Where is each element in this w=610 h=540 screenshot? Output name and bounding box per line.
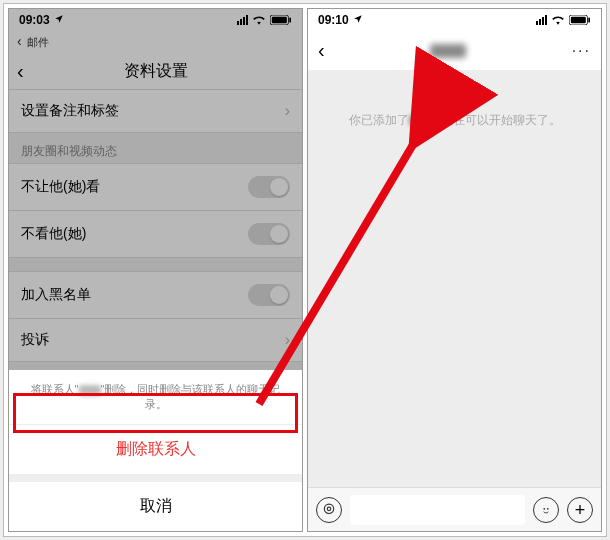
message-input[interactable]: [350, 495, 525, 525]
chat-timestamp: 08:29: [318, 87, 591, 101]
system-message: 你已添加了，现在可以开始聊天了。: [318, 111, 591, 130]
redacted-name: [409, 115, 429, 126]
page-header: ‹ 资料设置: [9, 52, 302, 90]
voice-icon[interactable]: [316, 497, 342, 523]
svg-point-8: [547, 507, 549, 509]
status-bar: 09:10: [308, 9, 601, 31]
phone-right: 09:10 ‹ ··· 08:29 你已添: [307, 8, 602, 532]
battery-icon: [569, 15, 591, 25]
mail-back[interactable]: 邮件: [9, 31, 302, 52]
signal-icon: [536, 15, 547, 25]
chevron-right-icon: ›: [285, 331, 290, 349]
status-bar: 09:03: [9, 9, 302, 31]
battery-icon: [270, 15, 292, 25]
location-icon: [353, 14, 363, 26]
svg-point-6: [327, 507, 331, 511]
toggle-off[interactable]: [248, 176, 290, 198]
chat-input-bar: +: [308, 487, 601, 531]
back-icon[interactable]: ‹: [318, 39, 325, 62]
phone-left: 09:03 邮件 ‹ 资料设置 设: [8, 8, 303, 532]
svg-point-7: [543, 507, 545, 509]
toggle-off[interactable]: [248, 284, 290, 306]
status-time: 09:10: [318, 13, 349, 27]
more-icon[interactable]: ···: [572, 42, 591, 60]
wifi-icon: [551, 15, 565, 25]
svg-rect-2: [289, 18, 291, 23]
page-title: 资料设置: [124, 61, 188, 82]
back-icon[interactable]: ‹: [17, 61, 24, 81]
chat-body: 08:29 你已添加了，现在可以开始聊天了。: [308, 71, 601, 487]
emoji-icon[interactable]: [533, 497, 559, 523]
section-moments: 朋友圈和视频动态: [9, 133, 302, 164]
chevron-right-icon: ›: [285, 102, 290, 120]
cancel-button[interactable]: 取消: [9, 482, 302, 531]
location-icon: [54, 14, 64, 26]
status-time: 09:03: [19, 13, 50, 27]
svg-rect-1: [272, 17, 287, 24]
cell-report[interactable]: 投诉 ›: [9, 318, 302, 362]
svg-rect-5: [588, 18, 590, 23]
svg-rect-4: [571, 17, 586, 24]
cell-hide-their-moments[interactable]: 不看他(她): [9, 210, 302, 258]
chat-title-redacted: [430, 44, 466, 58]
action-sheet: 将联系人""删除，同时删除与该联系人的聊天记录。 删除联系人 取消: [9, 370, 302, 531]
toggle-off[interactable]: [248, 223, 290, 245]
sheet-message: 将联系人""删除，同时删除与该联系人的聊天记录。: [9, 370, 302, 425]
wifi-icon: [252, 15, 266, 25]
signal-icon: [237, 15, 248, 25]
delete-contact-button[interactable]: 删除联系人: [9, 425, 302, 474]
chat-header: ‹ ···: [308, 31, 601, 71]
cell-blacklist[interactable]: 加入黑名单: [9, 271, 302, 319]
cell-remark-tags[interactable]: 设置备注和标签 ›: [9, 89, 302, 133]
redacted-name: [79, 385, 101, 396]
cell-hide-my-moments[interactable]: 不让他(她)看: [9, 163, 302, 211]
plus-icon[interactable]: +: [567, 497, 593, 523]
